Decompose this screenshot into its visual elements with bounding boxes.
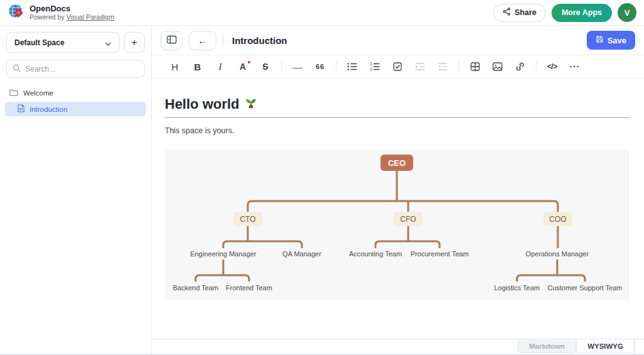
space-row: Default Space + — [0, 26, 151, 53]
doc-header: ← Introduction Save — [152, 26, 644, 55]
line-cfo-split — [375, 241, 440, 248]
line-level1-span — [248, 201, 558, 212]
org-node-eng-mgr: Engineering Manager — [190, 250, 257, 258]
page-tree: Welcome Introduction — [0, 87, 151, 116]
org-node-support: Customer Support Team — [547, 284, 622, 292]
org-node-cfo: CFO — [400, 215, 416, 224]
more-apps-button[interactable]: More Apps — [552, 4, 612, 22]
sidebar-item-introduction[interactable]: Introduction — [5, 102, 146, 116]
more-options-button[interactable]: ··· — [568, 58, 582, 75]
editor-content: Hello world This space is yours. — [152, 79, 644, 300]
divider — [281, 61, 282, 72]
app-title: OpenDocs — [30, 4, 114, 13]
share-label: Share — [514, 8, 536, 17]
svg-text:1: 1 — [370, 62, 373, 66]
editor-footer: Markdown WYSIWYG — [152, 339, 644, 354]
toggle-sidebar-button[interactable] — [160, 31, 182, 50]
top-header: OpenDocs Powered by Visual Paradigm Shar… — [0, 0, 644, 26]
tab-wysiwyg[interactable]: WYSIWYG — [576, 339, 635, 353]
share-icon — [502, 8, 511, 18]
outdent-button[interactable] — [436, 58, 450, 75]
tree-item-label: Introduction — [30, 106, 67, 113]
numbered-list-button[interactable]: 12 — [368, 58, 382, 75]
sidebar: Default Space + Welc — [0, 26, 152, 354]
italic-button[interactable]: I — [213, 58, 227, 75]
share-button[interactable]: Share — [493, 4, 546, 22]
line-opsmgr-split — [517, 275, 585, 281]
save-label: Save — [608, 36, 626, 45]
sidebar-item-welcome[interactable]: Welcome — [0, 87, 151, 99]
strikethrough-button[interactable]: S — [258, 58, 272, 75]
divider — [336, 61, 336, 72]
save-icon — [596, 35, 604, 45]
org-node-frontend: Frontend Team — [226, 284, 272, 292]
doc-paragraph[interactable]: This space is yours. — [165, 126, 630, 135]
user-avatar[interactable]: V — [618, 3, 636, 22]
header-actions: Share More Apps V — [493, 3, 636, 22]
bold-button[interactable]: B — [191, 58, 204, 75]
document-icon — [18, 104, 25, 114]
save-button[interactable]: Save — [587, 31, 635, 50]
divider — [458, 61, 459, 72]
org-chart[interactable]: CEO CTO CFO COO Engineering Manager QA M… — [165, 150, 630, 300]
editor-surface[interactable]: Hello world This space is yours. — [152, 79, 644, 339]
brand-text: OpenDocs Powered by Visual Paradigm — [30, 4, 114, 21]
org-node-backend: Backend Team — [173, 284, 219, 292]
image-button[interactable] — [491, 58, 504, 75]
task-list-button[interactable] — [391, 58, 404, 75]
seedling-emoji-icon — [245, 96, 257, 112]
footer-gutter — [635, 339, 644, 354]
doc-heading-text: Hello world — [165, 96, 240, 112]
search-input[interactable] — [25, 65, 138, 74]
org-node-ops-mgr: Operations Manager — [526, 250, 589, 258]
page-title: Introduction — [232, 35, 287, 46]
powered-by: Powered by Visual Paradigm — [30, 13, 114, 21]
space-selector[interactable]: Default Space — [6, 32, 119, 53]
visual-paradigm-link[interactable]: Visual Paradigm — [66, 13, 114, 21]
table-button[interactable] — [468, 58, 482, 75]
folder-icon — [9, 89, 18, 97]
search-icon — [13, 63, 21, 75]
brand: OpenDocs Powered by Visual Paradigm — [8, 3, 114, 23]
tab-markdown[interactable]: Markdown — [518, 339, 576, 353]
org-node-procurement: Procurement Team — [411, 250, 469, 258]
add-space-button[interactable]: + — [124, 32, 145, 53]
panel-layout-icon — [167, 35, 177, 46]
line-cto-split — [223, 241, 302, 248]
search-box — [6, 60, 145, 78]
org-node-accounting: Accounting Team — [349, 250, 402, 258]
text-color-button[interactable]: A — [236, 58, 250, 75]
line-engmgr-split — [196, 275, 249, 281]
indent-button[interactable] — [413, 58, 427, 75]
opendocs-logo-icon — [8, 3, 25, 23]
heading-button[interactable]: H — [168, 58, 182, 75]
format-toolbar: H B I A S — 66 12 — [152, 55, 644, 79]
color-dot — [248, 61, 250, 63]
main-panel: ← Introduction Save H B I A S — 66 — [152, 26, 644, 354]
back-button[interactable]: ← — [189, 31, 216, 50]
opendocs-app: OpenDocs Powered by Visual Paradigm Shar… — [0, 0, 644, 355]
doc-heading[interactable]: Hello world — [165, 96, 630, 118]
svg-text:2: 2 — [370, 67, 373, 71]
tree-item-label: Welcome — [23, 89, 53, 97]
org-node-ceo: CEO — [388, 158, 406, 168]
link-button[interactable] — [513, 58, 527, 75]
org-node-coo: COO — [549, 215, 566, 224]
chevron-down-icon — [105, 37, 111, 48]
divider — [536, 61, 536, 72]
divider — [223, 33, 223, 47]
bullet-list-button[interactable] — [345, 58, 359, 75]
blockquote-button[interactable]: 66 — [313, 58, 327, 75]
org-node-qa-mgr: QA Manager — [282, 250, 321, 258]
horizontal-rule-button[interactable]: — — [291, 58, 304, 75]
org-node-cto: CTO — [240, 215, 255, 224]
space-selector-value: Default Space — [14, 38, 64, 47]
code-button[interactable]: </> — [545, 58, 559, 75]
org-node-logistics: Logistics Team — [494, 284, 540, 292]
